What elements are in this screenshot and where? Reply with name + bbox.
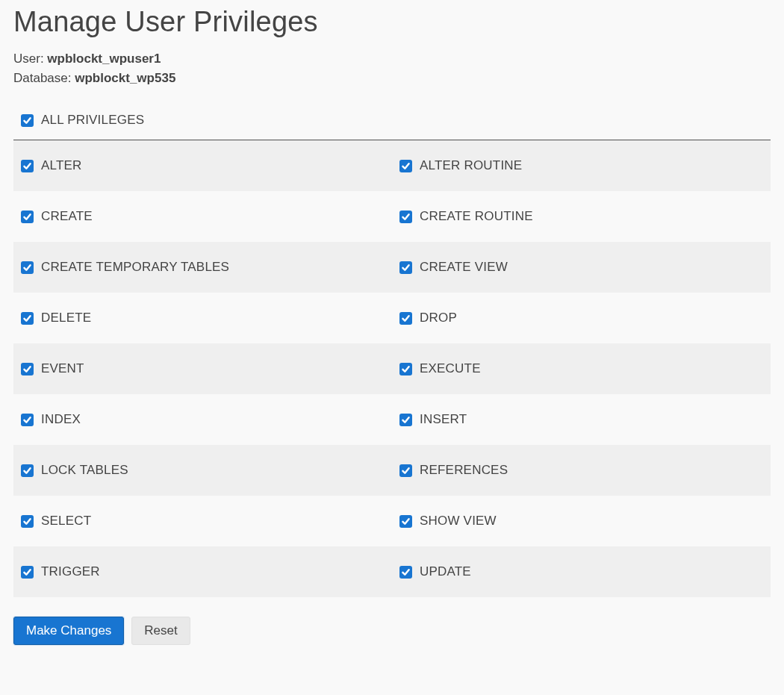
privilege-checkbox[interactable] bbox=[399, 160, 412, 172]
privilege-cell: UPDATE bbox=[392, 546, 771, 597]
privilege-checkbox[interactable] bbox=[21, 211, 34, 223]
privilege-label: INDEX bbox=[41, 412, 81, 427]
privilege-checkbox[interactable] bbox=[399, 464, 412, 477]
privilege-cell: INDEX bbox=[13, 394, 392, 445]
privilege-label: INSERT bbox=[420, 412, 467, 427]
privilege-cell: LOCK TABLES bbox=[13, 445, 392, 496]
database-line: Database: wpblockt_wp535 bbox=[13, 71, 771, 86]
privilege-label: EXECUTE bbox=[420, 361, 481, 376]
privilege-label: CREATE bbox=[41, 209, 93, 224]
privilege-label: CREATE TEMPORARY TABLES bbox=[41, 260, 229, 275]
user-label: User: bbox=[13, 52, 47, 66]
privilege-cell: CREATE TEMPORARY TABLES bbox=[13, 242, 392, 293]
privilege-checkbox[interactable] bbox=[21, 515, 34, 528]
privilege-checkbox[interactable] bbox=[21, 414, 34, 426]
all-privileges-row: ALL PRIVILEGES bbox=[13, 95, 771, 140]
all-privileges-checkbox[interactable] bbox=[21, 114, 34, 127]
privilege-cell: EXECUTE bbox=[392, 343, 771, 394]
privilege-checkbox[interactable] bbox=[399, 261, 412, 274]
actions-row: Make Changes Reset bbox=[13, 617, 771, 645]
checkmark-icon bbox=[22, 466, 32, 476]
checkmark-icon bbox=[401, 415, 411, 425]
privilege-label: UPDATE bbox=[420, 564, 471, 579]
privilege-checkbox[interactable] bbox=[399, 515, 412, 528]
privilege-cell: TRIGGER bbox=[13, 546, 392, 597]
privilege-label: ALTER ROUTINE bbox=[420, 158, 522, 173]
privilege-checkbox[interactable] bbox=[21, 261, 34, 274]
checkmark-icon bbox=[22, 116, 32, 125]
privilege-label: CREATE VIEW bbox=[420, 260, 508, 275]
checkmark-icon bbox=[401, 567, 411, 577]
checkmark-icon bbox=[401, 212, 411, 222]
checkmark-icon bbox=[22, 415, 32, 425]
privilege-cell: CREATE ROUTINE bbox=[392, 191, 771, 242]
checkmark-icon bbox=[22, 567, 32, 577]
privilege-checkbox[interactable] bbox=[399, 312, 412, 325]
checkmark-icon bbox=[401, 466, 411, 476]
privilege-checkbox[interactable] bbox=[21, 464, 34, 477]
privilege-cell: EVENT bbox=[13, 343, 392, 394]
privileges-grid: ALTERALTER ROUTINECREATECREATE ROUTINECR… bbox=[13, 140, 771, 597]
privilege-checkbox[interactable] bbox=[21, 312, 34, 325]
privilege-label: CREATE ROUTINE bbox=[420, 209, 533, 224]
checkmark-icon bbox=[401, 161, 411, 171]
checkmark-icon bbox=[22, 364, 32, 374]
privilege-label: EVENT bbox=[41, 361, 84, 376]
checkmark-icon bbox=[401, 314, 411, 323]
privilege-label: TRIGGER bbox=[41, 564, 100, 579]
privilege-label: SHOW VIEW bbox=[420, 514, 497, 529]
checkmark-icon bbox=[22, 517, 32, 526]
reset-button[interactable]: Reset bbox=[131, 617, 190, 645]
make-changes-button[interactable]: Make Changes bbox=[13, 617, 124, 645]
privilege-cell: ALTER bbox=[13, 140, 392, 191]
privilege-cell: SELECT bbox=[13, 496, 392, 546]
privilege-cell: SHOW VIEW bbox=[392, 496, 771, 546]
privilege-label: ALTER bbox=[41, 158, 82, 173]
privilege-label: DROP bbox=[420, 311, 457, 325]
privilege-cell: CREATE VIEW bbox=[392, 242, 771, 293]
checkmark-icon bbox=[401, 263, 411, 272]
checkmark-icon bbox=[401, 364, 411, 374]
checkmark-icon bbox=[22, 263, 32, 272]
privilege-cell: CREATE bbox=[13, 191, 392, 242]
privilege-cell: DROP bbox=[392, 293, 771, 343]
privilege-cell: REFERENCES bbox=[392, 445, 771, 496]
page-title: Manage User Privileges bbox=[13, 6, 771, 38]
privilege-label: LOCK TABLES bbox=[41, 463, 128, 478]
checkmark-icon bbox=[22, 212, 32, 222]
privilege-checkbox[interactable] bbox=[399, 363, 412, 375]
divider bbox=[13, 140, 771, 140]
privilege-checkbox[interactable] bbox=[399, 211, 412, 223]
checkmark-icon bbox=[22, 161, 32, 171]
privilege-label: SELECT bbox=[41, 514, 91, 529]
privilege-checkbox[interactable] bbox=[399, 566, 412, 579]
database-value: wpblockt_wp535 bbox=[75, 71, 175, 85]
privilege-checkbox[interactable] bbox=[399, 414, 412, 426]
privilege-checkbox[interactable] bbox=[21, 363, 34, 375]
privilege-cell: DELETE bbox=[13, 293, 392, 343]
user-line: User: wpblockt_wpuser1 bbox=[13, 52, 771, 66]
database-label: Database: bbox=[13, 71, 75, 85]
checkmark-icon bbox=[22, 314, 32, 323]
privilege-checkbox[interactable] bbox=[21, 566, 34, 579]
privilege-cell: INSERT bbox=[392, 394, 771, 445]
privilege-checkbox[interactable] bbox=[21, 160, 34, 172]
all-privileges-label: ALL PRIVILEGES bbox=[41, 113, 144, 128]
privilege-label: DELETE bbox=[41, 311, 91, 325]
privilege-label: REFERENCES bbox=[420, 463, 508, 478]
user-value: wpblockt_wpuser1 bbox=[47, 52, 161, 66]
privilege-cell: ALTER ROUTINE bbox=[392, 140, 771, 191]
checkmark-icon bbox=[401, 517, 411, 526]
